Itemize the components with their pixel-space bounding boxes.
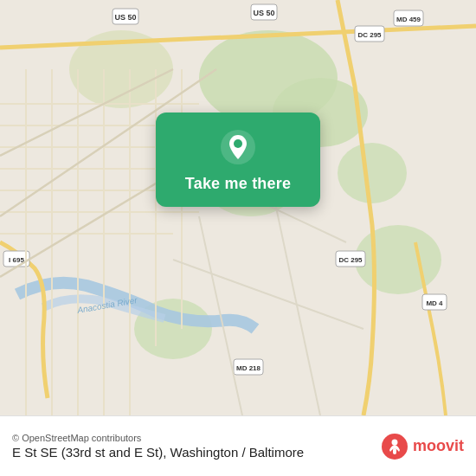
take-me-there-button[interactable]: Take me there: [185, 175, 291, 193]
moovit-logo: moovit: [381, 433, 464, 460]
location-pin-icon: [219, 128, 257, 166]
svg-text:US 50: US 50: [114, 13, 136, 22]
svg-text:DC 295: DC 295: [357, 31, 382, 39]
svg-rect-51: [393, 448, 396, 454]
moovit-brand-icon: [381, 433, 408, 460]
svg-text:MD 459: MD 459: [396, 16, 421, 23]
map-container: US 50 US 50 I 695 DC 295 DC 295 MD 459 M…: [0, 0, 476, 415]
svg-text:DC 295: DC 295: [338, 256, 363, 264]
svg-point-48: [234, 139, 242, 148]
svg-text:US 50: US 50: [253, 9, 274, 17]
footer-info: © OpenStreetMap contributors E St SE (33…: [12, 433, 304, 460]
map-background: US 50 US 50 I 695 DC 295 DC 295 MD 459 M…: [0, 0, 476, 415]
app: US 50 US 50 I 695 DC 295 DC 295 MD 459 M…: [0, 0, 476, 476]
svg-point-50: [391, 439, 397, 445]
footer-bar: © OpenStreetMap contributors E St SE (33…: [0, 415, 476, 476]
cta-card[interactable]: Take me there: [156, 113, 320, 207]
osm-credit: © OpenStreetMap contributors: [12, 433, 304, 443]
svg-point-4: [338, 143, 407, 203]
svg-text:MD 218: MD 218: [236, 364, 261, 372]
svg-point-5: [355, 225, 441, 294]
svg-text:MD 4: MD 4: [426, 299, 443, 307]
location-title: E St SE (33rd st and E St), Washington /…: [12, 445, 304, 460]
moovit-text: moovit: [413, 437, 464, 455]
